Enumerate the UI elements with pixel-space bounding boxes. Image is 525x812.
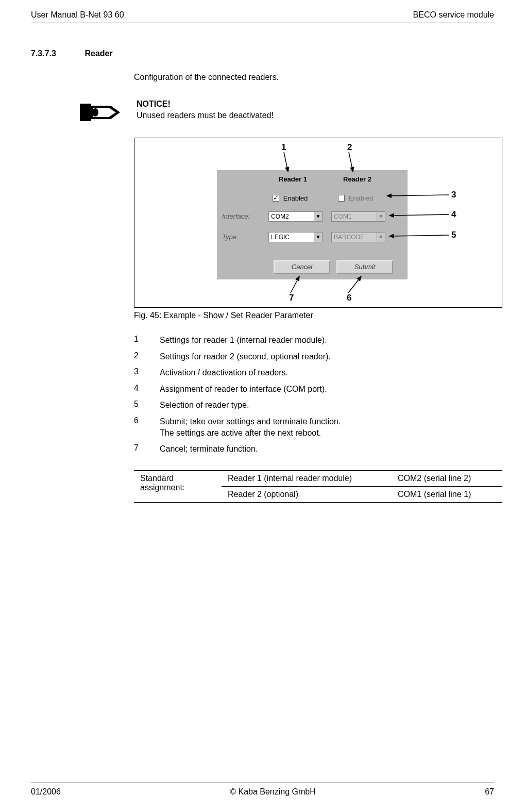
callout-3: 3 (451, 190, 456, 200)
assignment-r1-port: COM2 (serial line 2) (392, 470, 502, 486)
footer-left: 01/2006 (31, 787, 61, 797)
legend-item: 3Activation / deactivation of readers. (134, 367, 494, 378)
legend-text: Activation / deactivation of readers. (160, 367, 494, 378)
dropdown-arrow-icon: ▼ (377, 212, 385, 221)
legend-text: Settings for reader 1 (internal reader m… (160, 335, 494, 346)
legend-item: 6Submit; take over settings and terminat… (134, 416, 494, 438)
svg-line-3 (349, 152, 353, 172)
type-label: Type: (222, 233, 239, 241)
cancel-button[interactable]: Cancel (274, 260, 330, 274)
legend-num: 7 (134, 443, 160, 455)
legend-num: 3 (134, 367, 160, 378)
reader2-enabled-label: Enabled (349, 194, 374, 202)
callout-5: 5 (451, 230, 456, 240)
footer-center: © Kaba Benzing GmbH (230, 787, 316, 797)
header-right: BECO service module (413, 10, 494, 20)
svg-point-1 (92, 108, 98, 117)
reader1-type-select[interactable]: LEGIC ▼ (268, 232, 323, 242)
legend-list: 1Settings for reader 1 (internal reader … (134, 335, 494, 455)
notice-body: Unused readers must be deactivated! (137, 111, 274, 120)
legend-text: Selection of reader type. (160, 400, 494, 411)
dropdown-arrow-icon: ▼ (377, 233, 385, 242)
reader2-interface-value: COM1 (334, 213, 352, 220)
svg-rect-0 (80, 104, 91, 121)
legend-num: 1 (134, 335, 160, 346)
notice-title: NOTICE! (137, 100, 274, 109)
reader1-enabled-label: Enabled (283, 194, 308, 202)
submit-button[interactable]: Submit (336, 260, 393, 274)
dropdown-arrow-icon: ▼ (314, 212, 322, 221)
reader1-enabled-group: Enabled (273, 194, 308, 202)
legend-item: 5Selection of reader type. (134, 400, 494, 411)
header-left: User Manual B-Net 93 60 (31, 10, 124, 20)
reader-config-panel: Reader 1 Reader 2 Enabled Enabled Interf… (217, 170, 408, 279)
legend-text: Cancel; terminate function. (160, 443, 494, 455)
figure: Reader 1 Reader 2 Enabled Enabled Interf… (134, 138, 502, 308)
callout-2: 2 (347, 142, 352, 153)
reader1-enabled-checkbox[interactable] (273, 195, 279, 202)
reader1-type-value: LEGIC (271, 234, 290, 241)
page-footer: 01/2006 © Kaba Benzing GmbH 67 (31, 783, 494, 797)
callout-7: 7 (289, 293, 294, 303)
dropdown-arrow-icon: ▼ (314, 233, 322, 242)
callout-6: 6 (347, 293, 351, 303)
page-header: User Manual B-Net 93 60 BECO service mod… (31, 10, 494, 23)
figure-caption: Fig. 45: Example - Show / Set Reader Par… (134, 311, 494, 320)
assignment-table: Standard assignment: Reader 1 (internal … (134, 470, 502, 503)
legend-num: 2 (134, 351, 160, 362)
callout-4: 4 (451, 209, 456, 220)
footer-right: 67 (485, 787, 494, 797)
section-number: 7.3.7.3 (31, 49, 82, 58)
legend-num: 5 (134, 400, 160, 411)
legend-item: 4Assignment of reader to interface (COM … (134, 384, 494, 395)
reader1-interface-select[interactable]: COM2 ▼ (268, 211, 323, 222)
legend-text: Settings for reader 2 (second, optional … (160, 351, 494, 362)
legend-text: Submit; take over settings and terminate… (160, 416, 494, 438)
reader1-interface-value: COM2 (271, 213, 289, 220)
reader2-enabled-checkbox[interactable] (338, 195, 345, 202)
reader2-header: Reader 2 (343, 175, 371, 183)
assignment-r2-name: Reader 2 (optional) (222, 486, 392, 502)
reader1-header: Reader 1 (279, 175, 307, 183)
reader2-type-value: BARCODE (334, 234, 364, 241)
callout-1: 1 (281, 142, 286, 153)
intro-text: Configuration of the connected readers. (134, 73, 494, 82)
reader2-enabled-group: Enabled (338, 194, 373, 202)
section-title: Reader (84, 49, 112, 58)
assignment-r1-name: Reader 1 (internal reader module) (222, 470, 392, 486)
legend-num: 4 (134, 384, 160, 395)
notice-box: NOTICE! Unused readers must be deactivat… (80, 100, 494, 125)
legend-item: 7Cancel; terminate function. (134, 443, 494, 455)
assignment-label: Standard assignment: (134, 470, 222, 502)
reader2-interface-select[interactable]: COM1 ▼ (331, 211, 385, 222)
legend-item: 1Settings for reader 1 (internal reader … (134, 335, 494, 346)
legend-item: 2Settings for reader 2 (second, optional… (134, 351, 494, 362)
assignment-r2-port: COM1 (serial line 1) (392, 486, 502, 502)
legend-text: Assignment of reader to interface (COM p… (160, 384, 494, 395)
legend-num: 6 (134, 416, 160, 438)
svg-line-2 (284, 152, 288, 172)
page: User Manual B-Net 93 60 BECO service mod… (0, 0, 525, 812)
section-heading: 7.3.7.3 Reader (31, 49, 494, 58)
pointing-hand-icon (80, 100, 121, 125)
interface-label: Interface: (222, 212, 250, 220)
notice-text: NOTICE! Unused readers must be deactivat… (137, 100, 274, 120)
reader2-type-select[interactable]: BARCODE ▼ (331, 232, 385, 242)
